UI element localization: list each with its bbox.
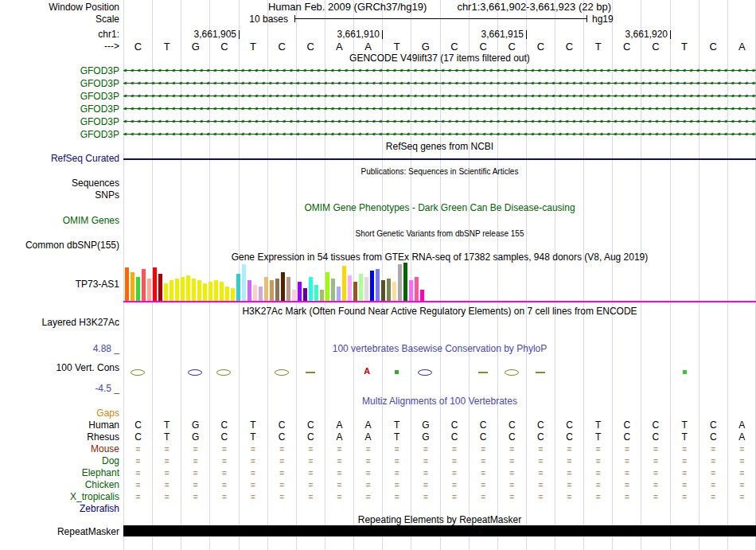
gencode-gene-label[interactable]: GFOD3P: [0, 78, 119, 89]
common-dbsnp-label[interactable]: Common dbSNP(155): [0, 240, 119, 251]
sequence-base: C: [497, 41, 527, 52]
gtex-expression-bar[interactable]: [275, 279, 279, 301]
alignment-base: A: [727, 432, 756, 443]
gtex-expression-bar[interactable]: [337, 287, 341, 301]
gtex-expression-bar[interactable]: [208, 282, 212, 301]
snps-track-label[interactable]: SNPs: [0, 189, 119, 201]
gtex-expression-bar[interactable]: [403, 263, 407, 301]
gtex-expression-bar[interactable]: [420, 290, 424, 301]
vert-cons-label[interactable]: 100 Vert. Cons: [0, 362, 119, 373]
gencode-gene-label[interactable]: GFOD3P: [0, 116, 119, 127]
gtex-expression-bar[interactable]: [136, 277, 140, 301]
gtex-expression-bar[interactable]: [387, 279, 391, 301]
gtex-expression-bar[interactable]: [181, 277, 185, 301]
gtex-expression-bar[interactable]: [158, 274, 162, 301]
repeatmasker-bar[interactable]: [123, 525, 756, 536]
gtex-expression-bar[interactable]: [131, 272, 134, 301]
sequences-track-label[interactable]: Sequences: [0, 177, 119, 189]
gtex-expression-bar[interactable]: [147, 279, 151, 301]
gtex-expression-bar[interactable]: [270, 280, 274, 301]
layered-h3k27ac-label[interactable]: Layered H3K27Ac: [0, 317, 119, 328]
gtex-expression-bar[interactable]: [220, 282, 224, 301]
gtex-expression-bar[interactable]: [253, 285, 257, 301]
gtex-expression-bar[interactable]: [353, 282, 357, 301]
sequence-base: C: [267, 41, 297, 52]
multiz-species-label[interactable]: Elephant: [0, 467, 119, 478]
gtex-expression-bar[interactable]: [264, 277, 268, 301]
gtex-expression-bar[interactable]: [214, 280, 218, 301]
alignment-base: C: [699, 432, 728, 443]
gencode-gene-label[interactable]: GFOD3P: [0, 91, 119, 102]
repeatmasker-label[interactable]: RepeatMasker: [0, 526, 119, 537]
gtex-expression-bar[interactable]: [170, 280, 173, 301]
gtex-expression-bar[interactable]: [203, 283, 207, 301]
gencode-gene-row[interactable]: <<<<<<<<<<<<<<<<<<<<<<<<<<<<<<<<<<<<<<<<…: [123, 115, 756, 127]
gencode-gene-row[interactable]: <<<<<<<<<<<<<<<<<<<<<<<<<<<<<<<<<<<<<<<<…: [123, 64, 756, 76]
gtex-expression-bar[interactable]: [175, 279, 179, 301]
unaligned-double-mark: =: [497, 468, 527, 478]
multiz-species-label[interactable]: Dog: [0, 455, 119, 466]
gtex-expression-bar[interactable]: [359, 274, 363, 301]
gtex-expression-bar[interactable]: [247, 280, 251, 301]
unaligned-double-mark: =: [469, 444, 498, 454]
gencode-gene-row[interactable]: <<<<<<<<<<<<<<<<<<<<<<<<<<<<<<<<<<<<<<<<…: [123, 103, 756, 114]
multiz-species-label[interactable]: Zebrafish: [0, 503, 119, 514]
gtex-expression-bar[interactable]: [153, 267, 157, 301]
gtex-expression-bar[interactable]: [376, 269, 380, 301]
multiz-species-label[interactable]: X_tropicalis: [0, 491, 119, 502]
gtex-expression-bar[interactable]: [236, 274, 240, 301]
gtex-expression-bar[interactable]: [142, 269, 146, 301]
unaligned-double-mark: =: [555, 468, 584, 478]
unaligned-double-mark: =: [497, 444, 527, 454]
multiz-species-label[interactable]: Human: [0, 419, 119, 431]
gtex-expression-bar[interactable]: [325, 272, 329, 301]
reverse-strand-arrows: <<<<<<<<<<<<<<<<<<<<<<<<<<<<<<<<<<<<<<<<…: [123, 103, 756, 114]
multiz-species-label[interactable]: Rhesus: [0, 431, 119, 443]
gtex-expression-bar[interactable]: [303, 288, 307, 301]
gtex-expression-bar[interactable]: [281, 272, 285, 301]
multiz-species-label[interactable]: Chicken: [0, 479, 119, 490]
gencode-gene-row[interactable]: <<<<<<<<<<<<<<<<<<<<<<<<<<<<<<<<<<<<<<<<…: [123, 90, 756, 101]
gtex-expression-bar[interactable]: [342, 266, 346, 301]
gencode-gene-row[interactable]: <<<<<<<<<<<<<<<<<<<<<<<<<<<<<<<<<<<<<<<<…: [123, 128, 756, 139]
coordinate-tick: [670, 30, 671, 39]
gtex-expression-bar[interactable]: [415, 277, 419, 301]
gtex-gene-label[interactable]: TP73-AS1: [0, 279, 119, 290]
gtex-expression-bar[interactable]: [381, 280, 385, 301]
gencode-gene-label[interactable]: GFOD3P: [0, 129, 119, 140]
gtex-expression-bar[interactable]: [398, 264, 402, 301]
gencode-gene-label[interactable]: GFOD3P: [0, 65, 119, 76]
gtex-expression-bar[interactable]: [197, 280, 201, 301]
gtex-expression-bar[interactable]: [331, 279, 335, 301]
gencode-gene-label[interactable]: GFOD3P: [0, 103, 119, 115]
gtex-expression-bar[interactable]: [309, 277, 313, 301]
multiz-species-label[interactable]: Gaps: [0, 408, 119, 419]
gtex-expression-bar[interactable]: [125, 267, 129, 301]
omim-genes-label[interactable]: OMIM Genes: [0, 215, 119, 226]
gtex-expression-bar[interactable]: [364, 277, 368, 301]
gtex-expression-bar[interactable]: [409, 280, 413, 301]
gtex-expression-bar[interactable]: [348, 275, 352, 301]
gtex-expression-bar[interactable]: [186, 275, 190, 301]
gtex-expression-bar[interactable]: [242, 264, 246, 301]
refseq-curated-label[interactable]: RefSeq Curated: [0, 153, 119, 164]
gtex-expression-bar[interactable]: [231, 288, 235, 301]
gtex-expression-bar[interactable]: [292, 290, 296, 301]
gencode-gene-row[interactable]: <<<<<<<<<<<<<<<<<<<<<<<<<<<<<<<<<<<<<<<<…: [123, 77, 756, 88]
gtex-expression-bar[interactable]: [286, 277, 290, 301]
gtex-expression-bar[interactable]: [164, 283, 168, 301]
sequence-base: C: [612, 41, 641, 52]
gtex-expression-bar[interactable]: [314, 285, 318, 301]
gtex-expression-bar[interactable]: [192, 279, 196, 301]
refseq-gene-line[interactable]: [123, 158, 756, 160]
unaligned-double-mark: =: [670, 468, 699, 478]
genome-browser-tracks-image[interactable]: Window Position Human Feb. 2009 (GRCh37/…: [0, 0, 756, 550]
multiz-species-label[interactable]: Mouse: [0, 443, 119, 454]
gtex-expression-bar[interactable]: [298, 282, 302, 301]
gtex-expression-bar[interactable]: [225, 287, 229, 301]
unaligned-double-mark: =: [670, 444, 699, 454]
gtex-expression-bar[interactable]: [370, 271, 374, 301]
gtex-expression-bar[interactable]: [392, 282, 396, 301]
gtex-expression-bar[interactable]: [320, 290, 324, 301]
gtex-expression-bar[interactable]: [259, 287, 263, 301]
